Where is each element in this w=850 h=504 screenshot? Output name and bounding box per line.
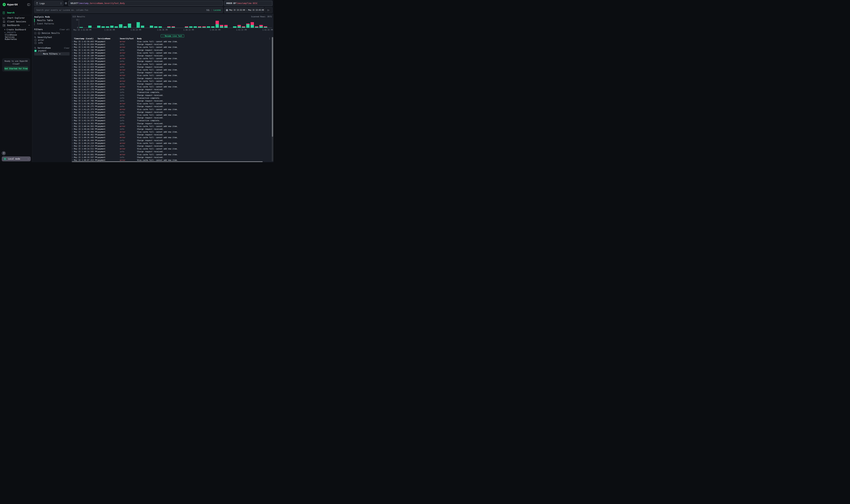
run-query-button[interactable]: ▷ (265, 7, 272, 13)
row-expand-chevron-icon[interactable]: > (71, 159, 74, 161)
table-row[interactable]: >May 15 1:41:53.260 PMpaymentinfoCharge … (71, 94, 271, 96)
resume-live-tail-button[interactable]: ⚡ Resume Live Tail (161, 34, 184, 37)
row-expand-chevron-icon[interactable]: > (71, 123, 74, 124)
table-row[interactable]: >May 15 1:42:05.450 PMpaymentinfoCharge … (71, 71, 271, 74)
denoise-results-option[interactable]: Denoise Results (34, 32, 60, 34)
row-expand-chevron-icon[interactable]: > (71, 60, 74, 62)
presets-toggle[interactable]: PRESETS (4, 32, 16, 34)
column-header-body[interactable]: Body (136, 37, 271, 40)
table-row[interactable]: >May 15 1:42:43.336 PMpaymentinfoCharge … (71, 49, 271, 51)
filter-checkbox[interactable] (34, 50, 37, 52)
column-resize-handle[interactable]: ⋮ (134, 37, 137, 39)
table-row[interactable]: >May 15 1:40:24.219 PMpaymenterrorVisa c… (71, 142, 271, 145)
histogram-bar[interactable] (171, 26, 175, 28)
histogram-bar[interactable] (251, 22, 254, 28)
row-expand-chevron-icon[interactable]: > (71, 86, 74, 88)
table-row[interactable]: >May 15 1:41:14.373 PMpaymentinfoTransac… (71, 119, 271, 122)
table-row[interactable]: >May 15 1:40:10.597 PMpaymentinfoCharge … (71, 156, 271, 159)
table-row[interactable]: >May 15 1:40:38.466 PMpaymenterrorVisa c… (71, 130, 271, 133)
table-row[interactable]: >May 15 1:41:57.183 PMpaymenterrorVisa c… (71, 85, 271, 88)
row-expand-chevron-icon[interactable]: > (71, 154, 74, 156)
filter-checkbox[interactable] (34, 39, 37, 41)
table-row[interactable]: >May 15 1:42:05.460 PMpaymenterrorVisa c… (71, 68, 271, 71)
histogram-bar[interactable] (137, 22, 140, 28)
gear-icon[interactable]: ⚙ (64, 1, 68, 5)
table-row[interactable]: >May 15 1:42:04.376 PMpaymentinfoCharge … (71, 77, 271, 79)
histogram-bar[interactable] (102, 26, 105, 28)
histogram-bar[interactable] (124, 26, 127, 28)
row-expand-chevron-icon[interactable]: > (71, 69, 74, 71)
histogram-bar[interactable] (259, 25, 263, 28)
select-query-input[interactable]: SELECT Timestamp, ServiceName, SeverityT… (68, 1, 223, 6)
histogram-bar[interactable] (128, 23, 131, 28)
table-row[interactable]: >May 15 1:40:14.511 PMpaymenterrorVisa c… (71, 147, 271, 150)
table-row[interactable]: >May 15 1:42:43.360 PMpaymenterrorVisa c… (71, 46, 271, 49)
row-expand-chevron-icon[interactable]: > (71, 117, 74, 119)
vertical-scrollbar[interactable] (272, 37, 273, 161)
table-row[interactable]: >May 15 1:42:50.834 PMpaymentinfoCharge … (71, 43, 271, 46)
table-row[interactable]: >May 15 1:41:30.275 PMpaymentinfoCharge … (71, 105, 271, 108)
row-expand-chevron-icon[interactable]: > (71, 41, 74, 42)
table-row[interactable]: >May 15 1:40:14.505 PMpaymentinfoCharge … (71, 150, 271, 153)
table-row[interactable]: >May 15 1:42:36.188 PMpaymenterrorVisa c… (71, 51, 271, 54)
histogram-bar[interactable] (246, 23, 250, 28)
histogram-bar[interactable] (194, 26, 197, 28)
row-expand-chevron-icon[interactable]: > (71, 89, 74, 90)
sidebar-preset-kubernetes[interactable]: Kubernetes (5, 38, 17, 40)
histogram-bar[interactable] (185, 26, 188, 28)
row-expand-chevron-icon[interactable]: > (71, 97, 74, 99)
row-expand-chevron-icon[interactable]: > (71, 134, 74, 136)
table-row[interactable]: >May 15 1:41:14.361 PMpaymentinfoCharge … (71, 122, 271, 125)
row-expand-chevron-icon[interactable]: > (71, 114, 74, 116)
table-row[interactable]: >May 15 1:40:26.445 PMpaymenterrorVisa c… (71, 136, 271, 139)
row-expand-chevron-icon[interactable]: > (71, 94, 74, 96)
row-expand-chevron-icon[interactable]: > (71, 55, 74, 56)
histogram-bar[interactable] (189, 26, 193, 28)
more-filters-button[interactable]: More filters (34, 52, 70, 55)
row-expand-chevron-icon[interactable]: > (71, 162, 74, 162)
row-expand-chevron-icon[interactable]: > (71, 108, 74, 110)
row-expand-chevron-icon[interactable]: > (71, 142, 74, 144)
histogram-bar[interactable] (233, 26, 236, 28)
row-expand-chevron-icon[interactable]: > (71, 63, 74, 65)
row-expand-chevron-icon[interactable]: > (71, 43, 74, 45)
row-expand-chevron-icon[interactable]: > (71, 145, 74, 147)
row-expand-chevron-icon[interactable]: > (71, 91, 74, 93)
get-started-button[interactable]: Get Started for Free (4, 67, 28, 71)
row-expand-chevron-icon[interactable]: > (71, 52, 74, 54)
filter-option-error[interactable]: error (34, 39, 70, 41)
row-expand-chevron-icon[interactable]: > (71, 140, 74, 141)
toggle-sql[interactable]: SQL (206, 9, 210, 11)
column-header-timestamp[interactable]: Timestamp (Local) (74, 37, 98, 40)
histogram-bar[interactable] (154, 26, 158, 28)
row-expand-chevron-icon[interactable]: > (71, 111, 74, 113)
histogram-bar[interactable] (198, 26, 201, 28)
row-expand-chevron-icon[interactable]: > (71, 74, 74, 76)
histogram-bar[interactable] (220, 25, 223, 28)
analysis-mode-event-patterns[interactable]: Event Patterns (34, 22, 70, 25)
sidebar-item-search[interactable]: Search (3, 11, 30, 14)
table-row[interactable]: >May 15 1:42:01.824 PMpaymenterrorVisa c… (71, 80, 271, 83)
table-row[interactable]: >May 15 1:40:10.601 PMpaymenterrorVisa c… (71, 153, 271, 156)
table-row[interactable]: >May 15 1:41:57.178 PMpaymentinfoCharge … (71, 88, 271, 91)
column-resize-handle[interactable]: ⋮ (96, 37, 98, 39)
table-options-kebab-icon[interactable]: ⋮ (269, 37, 271, 40)
vertical-scrollbar-thumb[interactable] (272, 37, 273, 137)
sidebar-item-chart-explorer[interactable]: Chart Explorer (3, 16, 30, 20)
table-row[interactable]: >May 15 1:41:30.283 PMpaymenterrorVisa c… (71, 102, 271, 105)
table-row[interactable]: >May 15 1:40:26.444 PMpaymentinfoCharge … (71, 139, 271, 142)
table-row[interactable]: >May 15 1:41:47.766 PMpaymentinfoCharge … (71, 100, 271, 102)
denoise-checkbox[interactable] (34, 32, 36, 34)
user-menu[interactable]: U Local mode › (2, 157, 31, 161)
column-header-servicename[interactable]: ServiceName (98, 37, 120, 40)
histogram-bar[interactable] (237, 25, 241, 28)
row-expand-chevron-icon[interactable]: > (71, 125, 74, 127)
sidebar-item-dashboards[interactable]: Dashboards (3, 24, 30, 27)
row-expand-chevron-icon[interactable]: > (71, 128, 74, 130)
histogram-bar[interactable] (211, 26, 215, 28)
analysis-mode-results-table[interactable]: Results Table (34, 19, 70, 22)
date-range-picker[interactable]: May 15 13:32:00 - May 15 13:43:00 (224, 7, 264, 13)
row-expand-chevron-icon[interactable]: > (71, 100, 74, 102)
row-expand-chevron-icon[interactable]: > (71, 80, 74, 82)
table-row[interactable]: >May 15 1:41:25.370 PMpaymentinfoCharge … (71, 111, 271, 113)
